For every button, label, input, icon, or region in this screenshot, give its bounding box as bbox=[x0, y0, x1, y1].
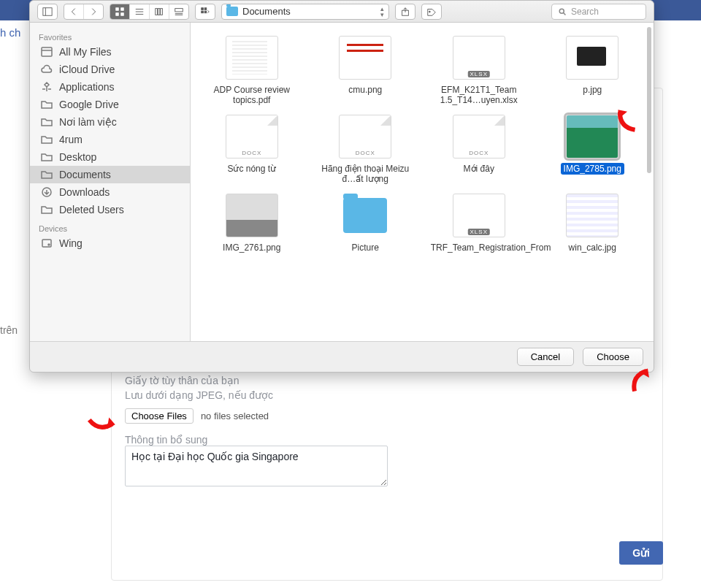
svg-rect-10 bbox=[158, 8, 160, 15]
search-icon bbox=[558, 7, 567, 16]
svg-rect-2 bbox=[116, 7, 119, 10]
folder-icon bbox=[40, 134, 53, 145]
file-name: Hãng điện thoại Meizu đ…ất lượng bbox=[314, 163, 416, 185]
file-item[interactable]: EFM_K21T1_Team 1.5_T14…uyen.xlsx bbox=[422, 33, 536, 107]
file-item[interactable]: Picture bbox=[309, 191, 423, 255]
file-name: p.jpg bbox=[580, 84, 605, 96]
sidebar-toggle[interactable] bbox=[38, 4, 57, 19]
folder-icon bbox=[40, 169, 53, 180]
file-name: IMG_2761.png bbox=[220, 242, 283, 253]
file-browser[interactable]: ADP Course review topics.pdfcmu.pngEFM_K… bbox=[191, 23, 654, 341]
svg-rect-15 bbox=[202, 7, 204, 9]
file-thumb bbox=[226, 115, 278, 159]
cancel-button[interactable]: Cancel bbox=[517, 348, 574, 366]
sidebar-item-label: Downloads bbox=[59, 186, 110, 198]
view-group bbox=[110, 4, 189, 20]
sidebar: Favorites All My FilesiCloud DriveApplic… bbox=[30, 23, 191, 341]
svg-rect-17 bbox=[202, 11, 204, 13]
file-name: cmu.png bbox=[345, 84, 385, 96]
svg-rect-5 bbox=[121, 12, 124, 15]
svg-rect-26 bbox=[42, 240, 51, 247]
back-button[interactable] bbox=[64, 4, 84, 19]
sidebar-item-documents[interactable]: Documents bbox=[30, 166, 190, 183]
sidebar-item-google-drive[interactable]: Google Drive bbox=[30, 96, 190, 113]
cloud-icon bbox=[40, 64, 53, 75]
arrange-button[interactable] bbox=[196, 4, 215, 19]
sidebar-item-all-my-files[interactable]: All My Files bbox=[30, 43, 190, 61]
folder-icon bbox=[40, 152, 53, 162]
sidebar-toggle-group bbox=[37, 4, 58, 20]
sidebar-item-downloads[interactable]: Downloads bbox=[30, 183, 190, 201]
location-label: Documents bbox=[242, 6, 291, 17]
folder-icon bbox=[226, 7, 238, 16]
file-item[interactable]: Sức nóng từ bbox=[195, 112, 309, 186]
nav-group bbox=[64, 4, 104, 20]
arrange-group bbox=[195, 4, 215, 20]
file-item[interactable]: cmu.png bbox=[309, 33, 423, 107]
file-item[interactable]: Hãng điện thoại Meizu đ…ất lượng bbox=[309, 112, 423, 186]
file-item[interactable]: win_calc.jpg bbox=[536, 191, 650, 255]
left-side-text: trên bbox=[0, 324, 18, 336]
svg-rect-9 bbox=[156, 8, 158, 15]
sidebar-item-label: Wing bbox=[59, 237, 83, 249]
sidebar-device-wing[interactable]: Wing bbox=[30, 234, 190, 252]
folder-icon bbox=[40, 99, 53, 110]
favorites-header: Favorites bbox=[30, 27, 190, 43]
file-thumb bbox=[453, 194, 505, 237]
svg-rect-16 bbox=[204, 7, 207, 9]
svg-rect-11 bbox=[161, 8, 163, 15]
submit-button[interactable]: Gửi bbox=[619, 541, 663, 565]
sidebar-item-label: Google Drive bbox=[59, 99, 119, 110]
search-placeholder: Search bbox=[571, 7, 599, 17]
share-button[interactable] bbox=[396, 4, 415, 19]
file-item[interactable]: ADP Course review topics.pdf bbox=[195, 33, 309, 107]
location-dropdown[interactable]: Documents ▴▾ bbox=[221, 4, 389, 20]
sidebar-item-label: Applications bbox=[59, 81, 115, 93]
sidebar-item-applications[interactable]: Applications bbox=[30, 78, 190, 96]
sidebar-item-4rum[interactable]: 4rum bbox=[30, 131, 190, 148]
sidebar-item-icloud-drive[interactable]: iCloud Drive bbox=[30, 61, 190, 78]
svg-point-21 bbox=[559, 9, 564, 13]
list-view-button[interactable] bbox=[130, 4, 150, 19]
column-view-button[interactable] bbox=[150, 4, 169, 19]
file-thumb bbox=[339, 115, 391, 159]
sidebar-item-label: 4rum bbox=[59, 134, 83, 145]
sidebar-item-label: iCloud Drive bbox=[59, 64, 115, 75]
file-name: EFM_K21T1_Team 1.5_T14…uyen.xlsx bbox=[428, 84, 530, 106]
dialog-toolbar: Documents ▴▾ Search bbox=[30, 1, 654, 23]
svg-rect-18 bbox=[204, 11, 207, 13]
file-thumb bbox=[566, 36, 618, 80]
choose-button[interactable]: Choose bbox=[583, 348, 643, 366]
file-item[interactable]: TRF_Team_Registration_From bbox=[422, 191, 536, 255]
forward-button[interactable] bbox=[84, 4, 103, 19]
id-label: Giấy tờ tùy thân của bạn bbox=[125, 375, 649, 386]
choose-files-button[interactable]: Choose Files bbox=[125, 408, 194, 424]
icon-view-button[interactable] bbox=[110, 4, 130, 19]
extra-textarea[interactable]: Học tại Đại học Quốc gia Singapore bbox=[125, 446, 388, 486]
sidebar-item-deleted-users[interactable]: Deleted Users bbox=[30, 201, 190, 218]
scrollbar[interactable] bbox=[647, 27, 651, 173]
file-item[interactable]: p.jpg bbox=[536, 33, 650, 107]
sidebar-item-desktop[interactable]: Desktop bbox=[30, 148, 190, 166]
folder-icon bbox=[40, 205, 53, 215]
sidebar-item-label: Documents bbox=[59, 169, 111, 180]
apps-icon bbox=[40, 82, 53, 92]
sidebar-item-label: All My Files bbox=[59, 46, 112, 58]
file-item[interactable]: IMG_2761.png bbox=[195, 191, 309, 255]
svg-point-20 bbox=[429, 11, 431, 12]
header-link[interactable]: h ch bbox=[0, 26, 20, 39]
file-thumb bbox=[453, 115, 505, 159]
file-item[interactable]: IMG_2785.png bbox=[536, 112, 650, 186]
coverflow-view-button[interactable] bbox=[169, 4, 188, 19]
svg-rect-12 bbox=[175, 8, 183, 11]
tag-button[interactable] bbox=[422, 4, 441, 19]
file-name: Picture bbox=[349, 242, 382, 253]
search-field[interactable]: Search bbox=[551, 4, 646, 20]
file-item[interactable]: Mới đây bbox=[422, 112, 536, 186]
tag-group bbox=[421, 4, 442, 20]
file-thumb bbox=[453, 36, 505, 80]
svg-rect-3 bbox=[121, 7, 124, 10]
file-thumb bbox=[339, 194, 391, 237]
sidebar-item-n-i-l-m-vi-c[interactable]: Nơi làm việc bbox=[30, 113, 190, 131]
file-thumb bbox=[566, 115, 618, 159]
